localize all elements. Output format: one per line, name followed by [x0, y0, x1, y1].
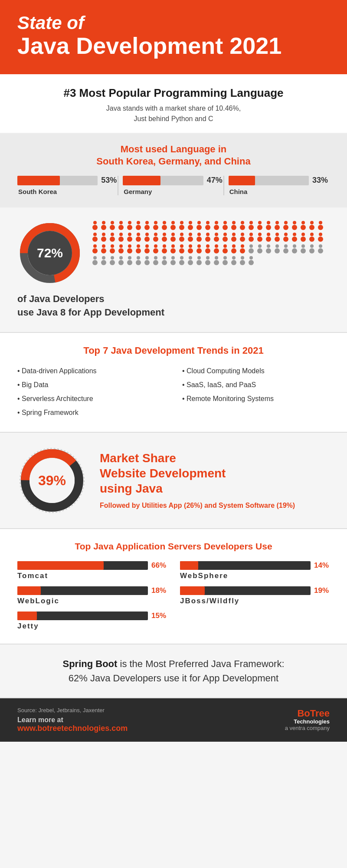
- svg-point-54: [309, 225, 314, 230]
- svg-point-74: [162, 237, 167, 242]
- svg-point-108: [309, 237, 314, 242]
- svg-point-59: [102, 233, 105, 236]
- person-icon-23: [291, 220, 298, 231]
- lang-bar-row-sk: 53%: [17, 176, 118, 185]
- svg-point-123: [145, 244, 149, 248]
- bar-fill-de: [123, 176, 160, 185]
- svg-point-157: [293, 244, 296, 248]
- person-icon-31: [126, 232, 134, 243]
- svg-point-120: [127, 248, 132, 253]
- person-icon-93: [195, 256, 203, 266]
- svg-point-33: [223, 221, 227, 224]
- donut-39-label: 39%: [38, 473, 66, 489]
- svg-point-148: [249, 248, 254, 253]
- svg-point-187: [189, 256, 192, 260]
- lang-bar-row-cn: 33%: [229, 176, 330, 185]
- server-bar-row: 14%: [180, 561, 330, 570]
- svg-point-106: [301, 237, 306, 242]
- person-icon-12: [195, 220, 203, 231]
- svg-point-122: [136, 248, 141, 253]
- svg-point-40: [249, 225, 254, 230]
- svg-point-119: [128, 244, 131, 248]
- spring-text: Spring Boot is the Most Preferred Java F…: [17, 657, 330, 685]
- svg-point-16: [144, 225, 150, 230]
- svg-point-139: [215, 244, 218, 248]
- server-bar-track: [180, 561, 311, 570]
- svg-point-146: [240, 248, 245, 253]
- server-bar-fill: [17, 561, 104, 570]
- svg-point-161: [310, 244, 314, 248]
- svg-point-70: [144, 237, 150, 242]
- lang-name-cn: China: [229, 188, 248, 195]
- svg-point-200: [240, 260, 245, 265]
- svg-point-22: [170, 225, 176, 230]
- svg-point-27: [197, 221, 201, 224]
- svg-point-99: [275, 233, 279, 236]
- svg-point-183: [171, 256, 175, 260]
- bar-fill-cn: [229, 176, 255, 185]
- person-icon-32: [134, 232, 142, 243]
- svg-point-180: [153, 260, 158, 265]
- svg-point-142: [223, 248, 228, 253]
- svg-point-163: [319, 244, 322, 248]
- market-section: 39% Market Share Website Development usi…: [0, 433, 347, 529]
- svg-point-118: [118, 248, 124, 253]
- svg-point-50: [292, 225, 297, 230]
- svg-point-30: [205, 225, 210, 230]
- svg-point-83: [206, 233, 210, 236]
- svg-point-172: [118, 260, 124, 265]
- servers-section: Top Java Application Servers Developers …: [0, 529, 347, 644]
- market-heading: Market Share Website Development using J…: [100, 450, 330, 496]
- svg-point-63: [119, 233, 123, 236]
- person-icon-62: [160, 244, 168, 255]
- footer-left: Source: Jrebel, Jetbrains, Jaxenter Lear…: [17, 707, 128, 733]
- person-icon-7: [152, 220, 160, 231]
- svg-point-52: [301, 225, 306, 230]
- server-bar-fill: [180, 586, 205, 595]
- person-icon-55: [100, 244, 108, 255]
- server-name: Jetty: [17, 622, 167, 631]
- svg-point-25: [189, 221, 192, 224]
- server-item: 18% WebLogic: [17, 586, 167, 605]
- svg-point-171: [119, 256, 123, 260]
- person-icon-54: [91, 244, 99, 255]
- svg-point-49: [293, 221, 296, 224]
- svg-point-8: [110, 225, 115, 230]
- donut-39: 39%: [17, 446, 87, 515]
- svg-point-199: [241, 256, 244, 260]
- svg-point-179: [154, 256, 157, 260]
- svg-point-107: [310, 233, 314, 236]
- donut-72-label: 72%: [37, 246, 63, 260]
- svg-point-168: [101, 260, 106, 265]
- header-title: Java Development 2021: [17, 33, 330, 59]
- trends-col1: Data-driven ApplicationsBig DataServerle…: [17, 364, 165, 420]
- svg-point-170: [110, 260, 115, 265]
- bar-pct-sk: 53%: [101, 176, 118, 185]
- svg-point-105: [301, 233, 305, 236]
- svg-point-17: [154, 221, 157, 224]
- server-bar-track: [17, 586, 148, 595]
- svg-point-65: [128, 233, 131, 236]
- svg-point-164: [318, 248, 323, 253]
- server-name: Tomcat: [17, 572, 167, 580]
- devs-section: 72% of Java Developers use Java 8 for Ap…: [0, 207, 347, 332]
- person-icon-52: [308, 232, 316, 243]
- person-icon-3: [117, 220, 125, 231]
- svg-point-150: [257, 248, 262, 253]
- footer-logo-sub: a ventra company: [285, 725, 330, 731]
- svg-point-155: [284, 244, 288, 248]
- svg-point-174: [127, 260, 132, 265]
- bar-track-sk: [17, 176, 98, 185]
- footer-logo-technologies: Technologies: [285, 718, 330, 725]
- svg-point-141: [223, 244, 227, 248]
- person-icon-51: [299, 232, 307, 243]
- svg-point-176: [136, 260, 141, 265]
- popular-heading: #3 Most Popular Programming Language: [17, 86, 330, 100]
- person-icon-56: [108, 244, 116, 255]
- server-item: 66% Tomcat: [17, 561, 167, 580]
- svg-point-45: [275, 221, 279, 224]
- svg-point-186: [179, 260, 184, 265]
- person-icon-84: [117, 256, 125, 266]
- person-icon-14: [213, 220, 220, 231]
- trend-item: SaaS, IaaS, and PaaS: [182, 378, 330, 392]
